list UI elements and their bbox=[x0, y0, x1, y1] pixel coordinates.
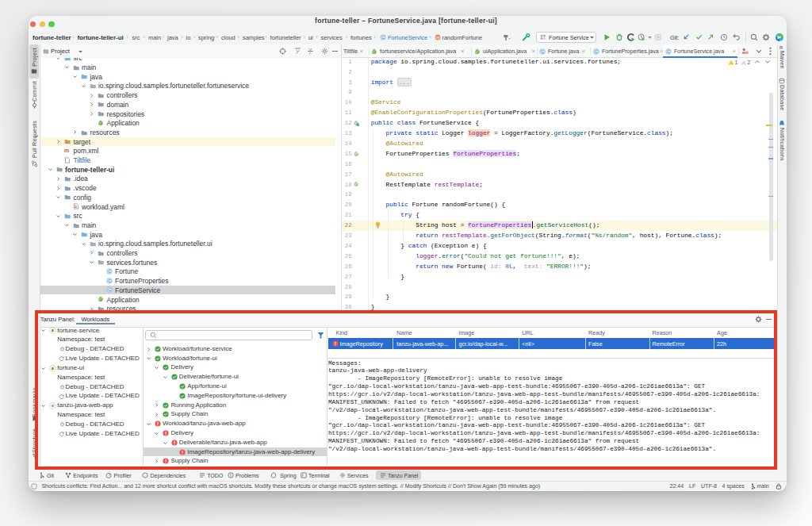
svg-text:C: C bbox=[541, 49, 544, 54]
svg-text:C: C bbox=[108, 269, 111, 274]
svg-text:m: m bbox=[435, 35, 439, 40]
svg-text:C: C bbox=[381, 35, 385, 40]
svg-text:m: m bbox=[779, 45, 783, 50]
svg-text:C: C bbox=[595, 49, 598, 54]
svg-text:C: C bbox=[108, 278, 111, 283]
svg-text:m: m bbox=[64, 148, 69, 153]
svg-text:C: C bbox=[667, 49, 670, 54]
svg-text:C: C bbox=[108, 287, 111, 292]
